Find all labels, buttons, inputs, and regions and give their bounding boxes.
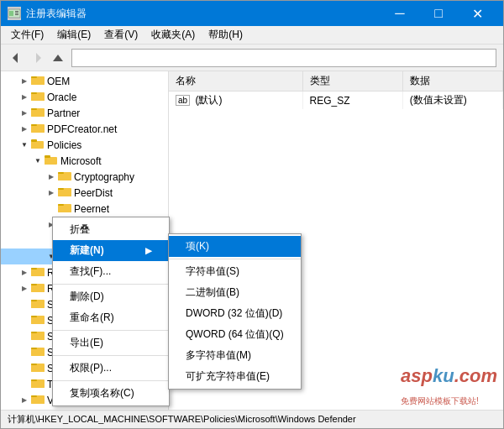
table-row[interactable]: ab (默认) REG_SZ (数值未设置) [169, 92, 503, 110]
tree-label-oem: OEM [47, 76, 70, 87]
svg-rect-64 [31, 365, 45, 372]
submenu-expandstr[interactable]: 可扩充字符串值(E) [169, 366, 301, 387]
folder-icon [31, 329, 45, 343]
svg-rect-15 [31, 108, 37, 110]
folder-icon [31, 265, 45, 280]
svg-rect-34 [58, 206, 71, 212]
row-name-text: (默认) [195, 94, 222, 106]
app-icon [8, 7, 21, 20]
svg-rect-27 [58, 172, 64, 174]
svg-rect-60 [31, 348, 37, 349]
row-data: (数值未设置) [402, 92, 502, 110]
folder-icon [31, 90, 45, 104]
tree-label-cryptography: Cryptography [74, 171, 134, 183]
arrow-placeholder: ▶ [18, 346, 31, 359]
svg-rect-21 [31, 139, 37, 142]
ctx-new[interactable]: 新建(N) ▶ [53, 240, 169, 261]
arrow-placeholder: ▶ [18, 378, 31, 391]
submenu-multistr[interactable]: 多字符串值(M) [169, 345, 301, 366]
ctx-copyname[interactable]: 复制项名称(C) [53, 380, 169, 404]
ctx-delete[interactable]: 删除(D) [53, 284, 169, 307]
tree-item-microsoft[interactable]: ▼ Microsoft [1, 153, 168, 169]
svg-rect-67 [31, 381, 45, 388]
ctx-rename[interactable]: 重命名(R) [53, 307, 169, 328]
svg-rect-13 [31, 94, 45, 101]
tree-item-partner[interactable]: ▶ Partner [1, 105, 168, 121]
svg-rect-55 [31, 317, 45, 324]
ctx-collapse[interactable]: 折叠 [53, 219, 169, 240]
maximize-button[interactable]: □ [419, 1, 458, 26]
menu-favorites[interactable]: 收藏夹(A) [144, 26, 202, 44]
arrow-placeholder: ▶ [18, 330, 31, 343]
folder-icon [58, 201, 71, 216]
svg-marker-6 [36, 53, 41, 63]
tree-item-oem[interactable]: ▶ OEM [1, 73, 168, 89]
svg-marker-22 [31, 143, 44, 149]
arrow-icon: ▶ [45, 186, 58, 200]
arrow-icon: ▼ [18, 139, 31, 152]
svg-rect-54 [31, 316, 37, 317]
arrow-icon: ▼ [31, 154, 45, 168]
ctx-perms[interactable]: 权限(P)... [53, 355, 169, 379]
context-menu: 折叠 新建(N) ▶ 查找(F)... 删除(D) 重命名(R) 导出(E) 权… [52, 217, 170, 406]
arrow-placeholder: ▶ [18, 362, 31, 375]
svg-rect-24 [45, 155, 50, 158]
submenu-binval[interactable]: 二进制值(B) [169, 282, 301, 303]
back-icon [8, 50, 24, 66]
svg-rect-48 [31, 284, 37, 285]
submenu-dword[interactable]: DWORD (32 位值)(D) [169, 303, 301, 324]
tree-item-pdfcreator[interactable]: ▶ PDFCreator.net [1, 121, 168, 137]
folder-icon [31, 297, 45, 311]
svg-rect-61 [31, 349, 45, 356]
tree-item-cryptography[interactable]: ▶ Cryptography [1, 169, 168, 185]
ctx-find[interactable]: 查找(F)... [53, 261, 169, 282]
svg-rect-33 [58, 204, 64, 206]
tree-item-peerdist[interactable]: ▶ PeerDist [1, 185, 168, 201]
svg-rect-70 [31, 397, 45, 404]
svg-rect-58 [31, 333, 45, 340]
arrow-icon: ▶ [18, 91, 31, 104]
svg-rect-46 [31, 269, 45, 276]
ctx-export[interactable]: 导出(E) [53, 330, 169, 353]
svg-rect-3 [15, 13, 18, 13]
svg-rect-12 [31, 92, 37, 94]
sub-separator [169, 259, 301, 259]
minimize-button[interactable]: ─ [381, 1, 419, 26]
arrow-icon: ▶ [18, 75, 31, 88]
menu-file[interactable]: 文件(F) [4, 26, 50, 44]
svg-rect-4 [15, 14, 18, 15]
title-bar: 注册表编辑器 ─ □ ✕ [1, 1, 503, 26]
folder-icon [58, 170, 71, 184]
tree-item-peernet[interactable]: ▶ Peernet [1, 201, 168, 217]
address-bar[interactable] [71, 49, 496, 67]
svg-rect-51 [31, 300, 37, 301]
menu-help[interactable]: 帮助(H) [202, 26, 249, 44]
folder-icon [31, 345, 45, 359]
folder-icon [31, 74, 45, 88]
tree-item-policies[interactable]: ▼ Policies [1, 137, 168, 153]
tree-label-oracle: Oracle [47, 92, 76, 103]
submenu-strval[interactable]: 字符串值(S) [169, 261, 301, 282]
row-type: REG_SZ [302, 92, 402, 110]
close-button[interactable]: ✕ [458, 1, 496, 26]
folder-icon [31, 377, 45, 391]
tree-label-partner: Partner [47, 107, 80, 119]
svg-rect-45 [31, 268, 37, 269]
tree-label-peernet: Peernet [74, 203, 109, 215]
menu-edit[interactable]: 编辑(E) [50, 26, 97, 44]
sub-menu: 项(K) 字符串值(S) 二进制值(B) DWORD (32 位值)(D) QW… [168, 233, 302, 390]
arrow-placeholder: ▶ [45, 202, 58, 216]
svg-marker-25 [45, 159, 57, 165]
svg-rect-1 [9, 11, 13, 16]
arrow-icon: ▶ [18, 107, 31, 120]
folder-icon [31, 106, 45, 120]
folder-icon [31, 122, 45, 136]
tree-item-oracle[interactable]: ▶ Oracle [1, 89, 168, 105]
row-name: ab (默认) [169, 92, 302, 110]
svg-rect-19 [31, 126, 45, 133]
submenu-qword[interactable]: QWORD (64 位值)(Q) [169, 324, 301, 345]
window-title: 注册表编辑器 [26, 7, 87, 21]
folder-icon [58, 186, 71, 200]
submenu-key[interactable]: 项(K) [169, 236, 301, 257]
menu-view[interactable]: 查看(V) [97, 26, 144, 44]
